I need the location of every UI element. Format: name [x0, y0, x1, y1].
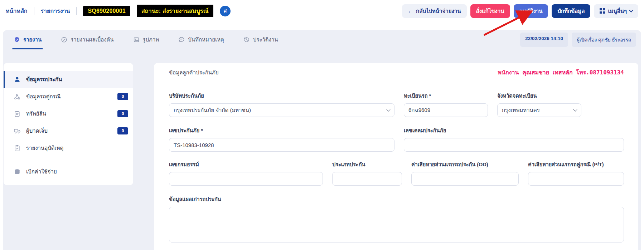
- shield-icon: [14, 36, 20, 43]
- deductible-pt-input[interactable]: [528, 172, 624, 186]
- sidebar-item-expense-claim[interactable]: เบิกค่าใช้จ่าย: [4, 163, 133, 180]
- tab-initial-result[interactable]: รายงานผลเบื้องต้น: [59, 30, 115, 49]
- count-badge: 0: [117, 93, 128, 100]
- divider: [34, 7, 34, 15]
- history-icon: [243, 36, 250, 43]
- order-edit-label: สั่งแก้ไขงาน: [476, 7, 504, 15]
- chevron-down-icon: [573, 107, 577, 111]
- section-title: ข้อมูลลูกค้าประกันภัย: [169, 68, 219, 77]
- old-damage-label: ข้อมูลแผลเก่ารถประกัน: [169, 195, 624, 203]
- sidebar-item-label: ข้อมูลรถคู่กรณี: [26, 92, 112, 101]
- coins-icon: [14, 168, 21, 175]
- insured-customer-form: ข้อมูลลูกค้าประกันภัย พนักงาน คุณสมชาย เ…: [154, 63, 638, 250]
- sidebar-item-label: เบิกค่าใช้จ่าย: [26, 167, 128, 176]
- work-panel: รายงาน รายงานผลเบื้องต้น รูปภาพ บันทึกหม…: [3, 30, 641, 250]
- chevron-down-icon: [386, 107, 390, 111]
- policy-doc-no-input[interactable]: [169, 172, 323, 186]
- open-datetime-badge: 22/02/2026 14:10: [520, 33, 568, 47]
- insurance-type-label: ประเภทประกัน: [332, 160, 402, 168]
- deductible-od-label: ค่าเสียหายส่วนแรกรถประกัน (OD): [411, 160, 519, 168]
- order-edit-button[interactable]: สั่งแก้ไขงาน: [470, 4, 510, 18]
- count-badge: 0: [117, 110, 128, 117]
- check-circle-icon: [61, 36, 67, 43]
- sidebar-item-label: ทรัพย์สิน: [26, 109, 112, 118]
- tab-report-label: รายงาน: [23, 35, 42, 44]
- claim-no-label: เลขเคลมประกันภัย: [404, 126, 624, 134]
- person-icon: [14, 76, 21, 83]
- clipboard-icon: [14, 110, 21, 117]
- grid-icon: [600, 8, 605, 14]
- count-badge: 0: [117, 127, 128, 134]
- top-bar: หน้าหลัก รายการงาน SQ690200001 สถานะ: ส่…: [0, 0, 644, 22]
- sidebar-item-injured[interactable]: ผู้บาดเจ็บ 0: [4, 122, 133, 139]
- truck-icon: [14, 127, 21, 134]
- sidebar-item-label: รายงานอุบัติเหตุ: [26, 144, 128, 152]
- divider: [76, 7, 77, 15]
- province-label: จังหวัดจดทะเบียน: [497, 92, 581, 100]
- clipboard-check-icon: [14, 144, 21, 152]
- nav-home-link[interactable]: หน้าหลัก: [6, 6, 28, 15]
- share-nodes-icon: [14, 93, 21, 100]
- sidebar-item-label: ผู้บาดเจ็บ: [26, 127, 112, 135]
- deductible-pt-label: ค่าเสียหายส่วนแรกรถคู่กรณี (P/T): [528, 160, 624, 168]
- tab-initial-result-label: รายงานผลเบื้องต้น: [71, 35, 113, 44]
- section-sidebar: ข้อมูลรถประกัน ข้อมูลรถคู่กรณี 0 ทร: [4, 63, 133, 185]
- old-damage-textarea[interactable]: [169, 207, 624, 242]
- image-icon: [133, 36, 140, 43]
- tab-bar: รายงาน รายงานผลเบื้องต้น รูปภาพ บันทึกหม…: [3, 30, 641, 49]
- other-menu-label: เมนูอื่นๆ: [608, 7, 627, 15]
- province-select[interactable]: กรุงเทพมหานคร: [497, 103, 581, 117]
- province-select-value: กรุงเทพมหานคร: [502, 106, 574, 114]
- insurer-select-value: กรุงเทพประกันภัย จำกัด (มหาชน): [174, 106, 387, 114]
- tab-images[interactable]: รูปภาพ: [132, 30, 161, 49]
- tab-history-label: ประวัติงาน: [253, 35, 278, 44]
- sidebar-item-counterparty-vehicle[interactable]: ข้อมูลรถคู่กรณี 0: [4, 88, 133, 105]
- sidebar-divider: [4, 160, 133, 160]
- plate-label: ทะเบียนรถ *: [404, 92, 488, 100]
- save-data-button[interactable]: บักทึกข้อมูล: [552, 4, 590, 18]
- status-badge: สถานะ: ส่งรายงานสมบูรณ์: [137, 5, 213, 17]
- sidebar-item-property[interactable]: ทรัพย์สิน 0: [4, 105, 133, 122]
- tab-report[interactable]: รายงาน: [12, 30, 43, 49]
- policy-doc-no-label: เลขกรมธรรม์: [169, 160, 323, 168]
- other-menu-button[interactable]: เมนูอื่นๆ: [594, 4, 638, 18]
- comment-icon: [178, 36, 185, 43]
- claim-no-input[interactable]: [404, 138, 624, 152]
- save-label: บักทึกข้อมูล: [557, 7, 585, 15]
- back-button-label: กลับไปหน้าจ่ายงาน: [416, 7, 461, 15]
- sidebar-item-accident-report[interactable]: รายงานอุบัติเหตุ: [4, 139, 133, 157]
- avatar[interactable]: ศ: [220, 6, 231, 16]
- policy-no-input[interactable]: [169, 138, 394, 152]
- back-to-dispatch-button[interactable]: ← กลับไปหน้าจ่ายงาน: [402, 4, 466, 18]
- agent-contact-text: พนักงาน คุณสมชาย เทสหลัก โทร.0871093134: [498, 68, 624, 77]
- tab-history[interactable]: ประวัติงาน: [242, 30, 280, 49]
- nav-worklist-link[interactable]: รายการงาน: [41, 6, 70, 15]
- deductible-od-input[interactable]: [411, 172, 519, 186]
- sidebar-item-label: ข้อมูลรถประกัน: [26, 75, 128, 84]
- plate-input[interactable]: [404, 103, 488, 117]
- tab-notes-label: บันทึกหมายเหตุ: [188, 35, 224, 44]
- insurer-select[interactable]: กรุงเทพประกันภัย จำกัด (มหาชน): [169, 103, 394, 117]
- policy-no-label: เลขประกันภัย *: [169, 126, 394, 134]
- approve-job-button[interactable]: อนุมัติงาน: [514, 4, 548, 18]
- job-number-badge: SQ690200001: [83, 6, 130, 16]
- tab-images-label: รูปภาพ: [143, 35, 159, 44]
- back-arrow-icon: ←: [408, 8, 413, 14]
- sidebar-item-insured-vehicle[interactable]: ข้อมูลรถประกัน: [4, 71, 133, 88]
- insurer-label: บริษัทประกันภัย: [169, 92, 394, 100]
- chevron-down-icon: [629, 8, 633, 12]
- approve-label: อนุมัติงาน: [519, 7, 543, 15]
- tab-notes[interactable]: บันทึกหมายเหตุ: [177, 30, 226, 49]
- case-opener-badge: ผู้เปิดเรื่อง ศุภชัย ธีระอรรถ: [572, 33, 636, 47]
- insurance-type-input[interactable]: [332, 172, 402, 186]
